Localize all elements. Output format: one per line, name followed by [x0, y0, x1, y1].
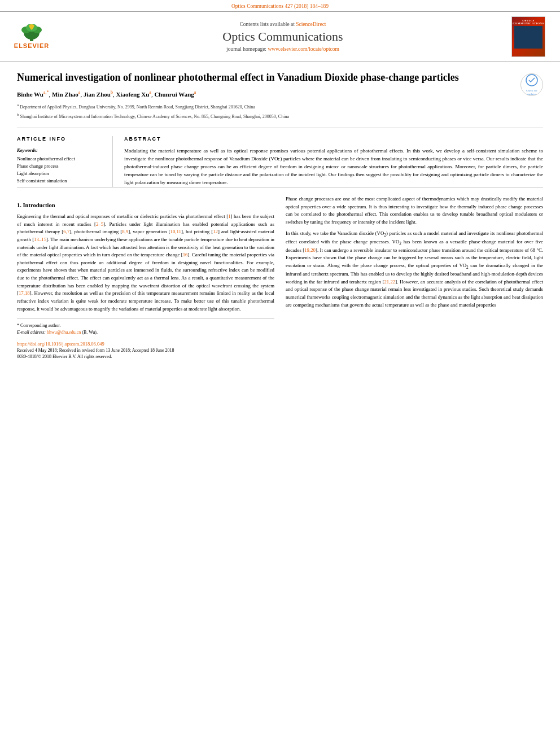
journal-homepage-line: journal homepage: www.elsevier.com/locat…: [60, 46, 506, 52]
body-left-col: 1. Introduction Engineering the thermal …: [17, 195, 274, 362]
keywords-label: Keywords:: [17, 147, 104, 153]
main-body: 1. Introduction Engineering the thermal …: [17, 195, 543, 374]
article-title-section: Numerical investigation of nonlinear pho…: [17, 62, 543, 128]
ref-12-link[interactable]: 12: [213, 229, 218, 234]
journal-name: Optics Communications: [60, 29, 506, 44]
intro-paragraph-1: Engineering the thermal and optical resp…: [17, 213, 274, 313]
elsevier-logo: ELSEVIER: [9, 23, 54, 51]
authors-line: Binhe Wua,*, Min Zhaoa, Jian Zhoub, Xiao…: [17, 90, 515, 98]
journal-homepage-link[interactable]: www.elsevier.com/locate/optcom: [268, 46, 339, 52]
elsevier-branding: ELSEVIER: [9, 23, 54, 51]
abstract-text: Modulating the material temperature as w…: [124, 147, 543, 187]
ref-21-22-link[interactable]: 21,22: [384, 279, 395, 285]
journal-cover-image: OPTICSCOMMUNICATIONS: [511, 16, 545, 57]
author-3: Jian Zhou: [84, 91, 111, 98]
article-title-text: Numerical investigation of nonlinear pho…: [17, 71, 515, 121]
author-email-link[interactable]: bhwu@dhu.edu.cn: [47, 330, 81, 335]
abstract-col: ABSTRACT Modulating the material tempera…: [124, 136, 543, 187]
journal-cover-area: OPTICSCOMMUNICATIONS: [511, 16, 551, 57]
ref-6-7-link[interactable]: 6,7: [63, 229, 69, 234]
article-content: Numerical investigation of nonlinear pho…: [0, 62, 560, 374]
intro-paragraph-2: Phase change processes are one of the mo…: [286, 195, 543, 226]
ref-10-11-link[interactable]: 10,11: [170, 229, 181, 234]
elsevier-tree-icon: [18, 24, 46, 42]
doi-section: https://doi.org/10.1016/j.optcom.2018.06…: [17, 340, 274, 362]
elsevier-wordmark: ELSEVIER: [14, 42, 49, 49]
article-info-label: ARTICLE INFO: [17, 136, 104, 142]
keyword-2: Phase change process: [17, 163, 104, 170]
author-1: Binhe Wu: [17, 91, 43, 98]
article-main-title: Numerical investigation of nonlinear pho…: [17, 71, 515, 84]
intro-paragraph-3: In this study, we take the Vanadium diox…: [286, 230, 543, 309]
ref-16-link[interactable]: 16: [183, 252, 188, 257]
sciencedirect-link[interactable]: ScienceDirect: [296, 21, 326, 27]
received-dates: Received 4 May 2018; Received in revised…: [17, 348, 274, 353]
article-info-col: ARTICLE INFO Keywords: Nonlinear phototh…: [17, 136, 113, 187]
contents-line: Contents lists available at ScienceDirec…: [60, 21, 506, 27]
author-4: Xiaofeng Xu: [116, 91, 149, 98]
check-for-updates-badge: Check forupdates: [520, 73, 543, 96]
affiliation-a: a Department of Applied Physics, Donghua…: [17, 102, 515, 111]
article-info-abstract-section: ARTICLE INFO Keywords: Nonlinear phototh…: [17, 128, 543, 187]
doi-link[interactable]: https://doi.org/10.1016/j.optcom.2018.06…: [17, 341, 104, 347]
check-updates-icon: [525, 73, 539, 87]
ref-8-9-link[interactable]: 8,9: [122, 229, 128, 234]
author-2: Min Zhao: [52, 91, 78, 98]
ref-13-15-link[interactable]: 13–15: [34, 237, 46, 242]
keyword-1: Nonlinear photothermal effect: [17, 155, 104, 163]
footnote-section: * Corresponding author. E-mail address: …: [17, 318, 274, 336]
journal-citation: Optics Communications 427 (2018) 184–189: [0, 0, 560, 11]
keyword-4: Self-consistent simulation: [17, 177, 104, 185]
body-right-col: Phase change processes are one of the mo…: [286, 195, 543, 362]
ref-2-5-link[interactable]: 2–5: [96, 221, 103, 227]
copyright-text: 0030-4018/© 2018 Elsevier B.V. All right…: [17, 354, 274, 359]
journal-info-center: Contents lists available at ScienceDirec…: [60, 21, 506, 52]
keyword-3: Light absorption: [17, 170, 104, 177]
ref-19-20-link[interactable]: 19,20: [304, 247, 316, 253]
affiliation-b: b Shanghai Institute of Microsystem and …: [17, 112, 515, 120]
ref-17-18-link[interactable]: 17,18: [19, 290, 30, 296]
email-note: E-mail address: bhwu@dhu.edu.cn (B. Wu).: [17, 329, 274, 336]
abstract-label: ABSTRACT: [124, 136, 543, 142]
corresponding-author-note: * Corresponding author.: [17, 322, 274, 329]
affiliations: a Department of Applied Physics, Donghua…: [17, 102, 515, 120]
author-5: Chunrui Wang: [154, 91, 194, 98]
journal-header: ELSEVIER Contents lists available at Sci…: [0, 11, 560, 62]
ref-1-link[interactable]: 1: [228, 213, 230, 219]
section-1-heading: 1. Introduction: [17, 202, 274, 208]
